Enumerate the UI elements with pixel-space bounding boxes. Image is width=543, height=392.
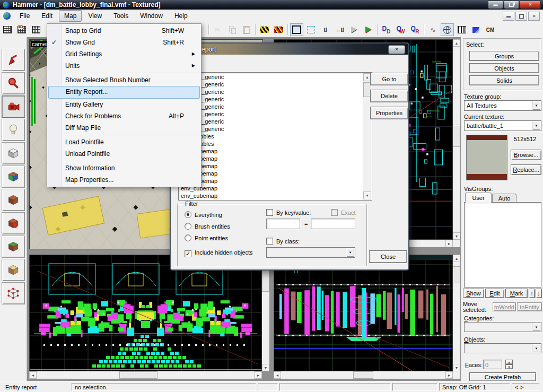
camera-tool[interactable]	[2, 95, 25, 118]
menubar-item-tools[interactable]: Tools	[108, 10, 134, 22]
grid-toggle-icon[interactable]	[1, 23, 14, 36]
overlay-tool[interactable]	[2, 236, 25, 258]
tab-visgroups-auto[interactable]: Auto	[492, 194, 516, 203]
apply-decals-tool[interactable]	[2, 212, 25, 234]
grid-3d-toggle-icon[interactable]: 3D	[15, 23, 28, 36]
menubar-item-help[interactable]: Help	[169, 10, 193, 22]
viewport-2d-front[interactable]	[29, 255, 262, 371]
wedge-grey-icon[interactable]	[347, 23, 361, 36]
select-groups-button[interactable]: Groups	[469, 51, 539, 61]
menu-item-unload-pointfile[interactable]: Unload Pointfile	[48, 148, 200, 160]
by-class-checkbox[interactable]: By class:	[266, 238, 300, 245]
hatch-icon[interactable]	[455, 23, 468, 36]
scroll-up-icon[interactable]: ▲	[453, 39, 460, 47]
entity-list-item[interactable]: ambient_generic	[179, 73, 363, 81]
menu-item-diff-map-file[interactable]: Diff Map File	[48, 122, 200, 134]
value-input[interactable]	[311, 219, 355, 229]
scrollbar-track[interactable]	[262, 262, 269, 364]
scrollbar-thumb[interactable]	[353, 371, 373, 379]
menu-item-units[interactable]: Units▶	[48, 60, 200, 72]
hollow-stripes-icon[interactable]	[272, 23, 285, 36]
clipping-tool[interactable]	[2, 259, 25, 281]
menubar-item-view[interactable]: View	[83, 10, 107, 22]
menubar-item-map[interactable]: Map	[59, 10, 82, 22]
sphere-icon[interactable]	[441, 23, 454, 36]
scroll-right-icon[interactable]: ►	[255, 371, 262, 379]
menu-item-snap-to-grid[interactable]: Snap to GridShift+W	[48, 25, 200, 37]
viewport-front-vscrollbar[interactable]: ▲▼	[262, 255, 269, 371]
select-bounds-icon[interactable]	[290, 23, 303, 36]
visgroup-edit-button[interactable]: Edit	[485, 289, 504, 298]
by-keyvalue-checkbox[interactable]: By key/value:	[266, 209, 311, 216]
entity-list-item[interactable]: ambient_generic	[179, 118, 363, 125]
menu-item-check-for-problems[interactable]: Check for ProblemsAlt+P	[48, 110, 200, 122]
filter-everything-radio[interactable]: Everything	[185, 211, 222, 218]
checkbox-icon[interactable]	[266, 209, 273, 216]
scroll-left-icon[interactable]: ◄	[274, 371, 281, 379]
menu-item-show-grid[interactable]: ✓Show GridShift+R	[48, 37, 200, 48]
entity-list-item[interactable]: env_cubemap	[179, 155, 363, 162]
menu-item-show-selected-brush-number[interactable]: Show Selected Brush Number	[48, 74, 200, 86]
replace-button[interactable]: Replace...	[511, 164, 541, 175]
menubar-item-edit[interactable]: Edit	[36, 10, 58, 22]
entity-tool[interactable]	[2, 119, 25, 141]
scrollbar-thumb[interactable]	[453, 125, 460, 147]
entity-list-item[interactable]: env_bubbles	[179, 133, 363, 140]
mdi-restore-button[interactable]	[515, 12, 527, 21]
scroll-down-icon[interactable]: ▼	[453, 364, 460, 371]
scrollbar-track[interactable]	[37, 371, 255, 379]
filter-brush-radio[interactable]: Brush entities	[185, 223, 230, 230]
grid-smaller-icon[interactable]	[29, 23, 42, 36]
scrollbar-thumb[interactable]	[453, 266, 460, 283]
letter-qr-icon[interactable]: QR	[408, 23, 422, 36]
create-prefab-button[interactable]: Create Prefab	[469, 372, 536, 381]
wedge-red-green-icon[interactable]	[362, 23, 375, 36]
goto-button[interactable]: Go to	[370, 73, 408, 85]
scrollbar-track[interactable]	[281, 371, 445, 379]
close-button[interactable]: ✕	[520, 1, 541, 9]
radio-icon[interactable]	[185, 211, 191, 218]
browse-button[interactable]: Browse...	[511, 150, 541, 160]
entity-list-item[interactable]: ambient_generic	[179, 110, 363, 118]
texture-scale-lock-icon[interactable]: ↔tl	[333, 23, 346, 36]
entity-list-item[interactable]: env_cubemap	[179, 192, 363, 199]
scroll-down-icon[interactable]: ▼	[262, 364, 269, 371]
current-texture-combo[interactable]: battle/battle_1 ▼	[464, 120, 541, 131]
scroll-right-icon[interactable]: ►	[445, 240, 453, 247]
viewport-top-vscrollbar[interactable]: ▲▼	[453, 39, 460, 240]
tab-visgroups-user[interactable]: User	[465, 193, 492, 203]
cubemap-icon[interactable]: CM	[484, 23, 497, 36]
delete-button[interactable]: Delete	[370, 90, 408, 102]
scroll-down-icon[interactable]: ▼	[363, 191, 371, 199]
chevron-down-icon[interactable]: ▼	[532, 101, 540, 110]
move-up-arrow-button[interactable]: ↑	[529, 289, 535, 298]
texture-application-tool[interactable]	[2, 165, 25, 188]
entity-list-item[interactable]: ambient_generic	[179, 125, 363, 133]
mdi-close-button[interactable]: ✕	[528, 12, 540, 21]
visgroups-list[interactable]	[464, 202, 541, 288]
texture-group-combo[interactable]: All Textures ▼	[464, 100, 541, 111]
viewport-front-hscrollbar[interactable]: ◄►	[29, 371, 262, 379]
entity-list-item[interactable]: env_cubemap	[179, 147, 363, 155]
dialog-close-action-button[interactable]: Close	[369, 250, 407, 263]
vertex-tool[interactable]	[2, 282, 25, 304]
dialog-title-bar[interactable]: Entity Report	[171, 43, 408, 55]
move-down-arrow-button[interactable]: ↓	[536, 289, 542, 298]
menu-item-load-pointfile[interactable]: Load Pointfile	[48, 136, 200, 148]
select-solids-button[interactable]: Solids	[469, 75, 539, 85]
entity-list[interactable]: ambient_genericambient_genericambient_ge…	[178, 72, 372, 201]
carve-stripes-icon[interactable]	[258, 23, 271, 36]
scroll-up-icon[interactable]: ▲	[453, 255, 460, 262]
checkbox-icon[interactable]	[266, 238, 273, 245]
letter-qw-icon[interactable]: QW	[394, 23, 407, 36]
include-hidden-checkbox[interactable]: ✓Include hidden objects	[185, 249, 252, 257]
dialog-close-button[interactable]: ✕	[388, 45, 405, 54]
entity-list-item[interactable]: ambient_generic	[179, 95, 363, 103]
menu-item-grid-settings[interactable]: Grid Settings▶	[48, 48, 200, 60]
menu-item-entity-gallery[interactable]: Entity Gallery	[48, 99, 200, 110]
properties-button[interactable]: Properties	[370, 107, 408, 119]
menu-item-entity-report[interactable]: Entity Report...	[48, 86, 200, 99]
radio-icon[interactable]	[185, 223, 191, 230]
apply-current-texture-tool[interactable]	[2, 189, 25, 211]
viewport-side-hscrollbar[interactable]: ◄►	[274, 371, 453, 379]
